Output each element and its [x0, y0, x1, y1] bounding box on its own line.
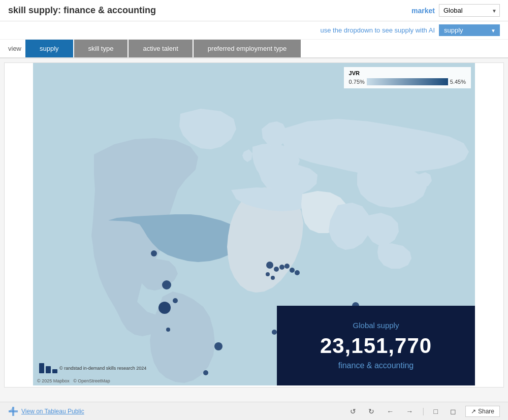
view-on-tableau[interactable]: View on Tableau Public — [21, 408, 84, 415]
map-credits: © 2025 Mapbox © OpenStreetMap — [37, 378, 110, 383]
supply-select[interactable]: supply supply with AI — [439, 24, 500, 36]
tab-preferred-employment[interactable]: preferred employment type — [194, 40, 301, 57]
map-dot — [173, 298, 178, 303]
map-dot — [266, 262, 273, 269]
svg-rect-1 — [39, 363, 44, 373]
info-panel: Global supply 23,151,770 finance & accou… — [277, 306, 475, 385]
tab-supply[interactable]: supply — [25, 40, 73, 57]
map-dot — [151, 250, 157, 256]
view-label: view — [8, 40, 21, 57]
mapbox-credit: © 2025 Mapbox — [37, 378, 70, 383]
info-panel-number: 23,151,770 — [297, 334, 455, 358]
randstad-icon — [39, 361, 57, 375]
map-dot — [295, 270, 300, 275]
footer: View on Tableau Public ↺ ↻ ← → | □ ◻ ↗ S… — [0, 402, 508, 420]
tabs-row: view supply skill type active talent pre… — [0, 40, 508, 58]
tab-skill-type[interactable]: skill type — [74, 40, 128, 57]
map-dot — [290, 268, 295, 273]
map-dot — [274, 267, 279, 272]
tableau-icon — [8, 406, 18, 416]
jvr-gradient-bar — [367, 78, 448, 85]
supply-dropdown-wrapper: supply supply with AI ▼ — [439, 24, 500, 36]
tableau-logo: View on Tableau Public — [8, 406, 84, 416]
map-dot — [214, 342, 223, 350]
map-dot — [279, 265, 284, 270]
market-label: market — [411, 7, 435, 15]
fullscreen-button[interactable]: ◻ — [447, 406, 459, 416]
randstad-logo: © randstad in-demand skills research 202… — [39, 361, 146, 375]
main-content: JVR 0.75% 5.45% — [4, 62, 504, 387]
supply-bar: use the dropdown to see supply with AI s… — [0, 21, 508, 40]
share-label: Share — [478, 408, 494, 415]
undo-button[interactable]: ↺ — [347, 406, 359, 416]
map-dot — [203, 370, 208, 375]
title-bold: finance & accounting — [64, 5, 156, 15]
jvr-bar-row: 0.75% 5.45% — [349, 78, 466, 85]
divider: | — [422, 407, 424, 416]
jvr-title: JVR — [349, 70, 466, 76]
title-prefix: skill supply: — [8, 5, 64, 15]
footer-right: ↺ ↻ ← → | □ ◻ ↗ Share — [347, 406, 500, 417]
share-button[interactable]: ↗ Share — [465, 406, 500, 417]
jvr-max: 5.45% — [450, 79, 466, 85]
footer-left: View on Tableau Public — [8, 406, 84, 416]
map-dot — [284, 264, 290, 269]
header-bar: skill supply: finance & accounting marke… — [0, 0, 508, 21]
svg-rect-3 — [52, 369, 57, 373]
tab-active-talent[interactable]: active talent — [129, 40, 192, 57]
map-container: JVR 0.75% 5.45% — [33, 63, 475, 385]
market-selector: market Global Americas EMEA APAC ▼ — [411, 4, 500, 17]
supply-hint: use the dropdown to see supply with AI — [321, 26, 435, 34]
map-dot — [158, 302, 171, 314]
market-dropdown[interactable]: Global Americas EMEA APAC — [439, 4, 500, 17]
page-title: skill supply: finance & accounting — [8, 5, 156, 16]
redo-button[interactable]: ↻ — [365, 406, 377, 416]
jvr-min: 0.75% — [349, 79, 365, 85]
randstad-credit: © randstad in-demand skills research 202… — [59, 366, 146, 371]
svg-rect-2 — [46, 366, 51, 373]
forward-button[interactable]: → — [403, 406, 416, 416]
comment-button[interactable]: □ — [431, 406, 441, 416]
map-dot — [166, 328, 170, 332]
map-dot — [271, 276, 275, 280]
info-panel-category: finance & accounting — [297, 361, 455, 370]
share-icon: ↗ — [471, 408, 476, 415]
map-dot — [272, 330, 277, 335]
back-button[interactable]: ← — [384, 406, 397, 416]
map-dot — [266, 272, 270, 276]
jvr-legend: JVR 0.75% 5.45% — [344, 67, 471, 88]
info-panel-label: Global supply — [297, 321, 455, 330]
market-dropdown-wrapper: Global Americas EMEA APAC ▼ — [439, 4, 500, 17]
map-dot — [162, 280, 171, 289]
openstreet-credit: © OpenStreetMap — [73, 378, 110, 383]
